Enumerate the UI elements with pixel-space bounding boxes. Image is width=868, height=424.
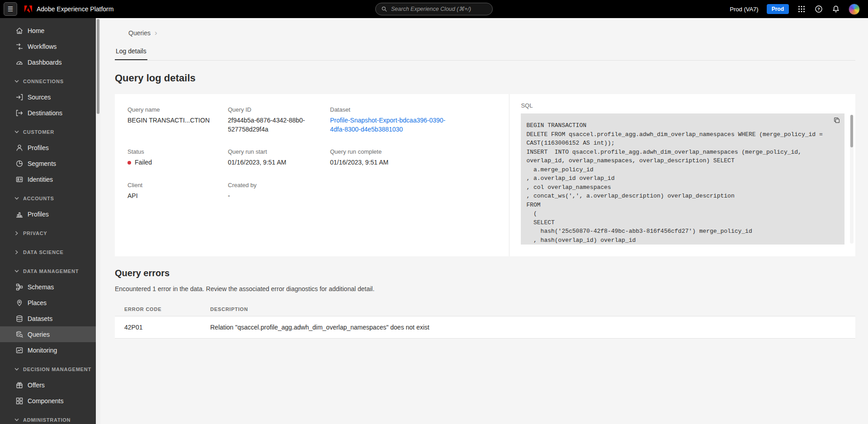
sidebar-section-data-science[interactable]: DATA SCIENCE (0, 244, 96, 260)
sidebar-item-workflows[interactable]: Workflows (0, 38, 96, 54)
dataset-link[interactable]: Profile-Snapshot-Export-bdcaa396-0390-4d… (330, 116, 447, 134)
table-row: 42P01 Relation "qsaccel.profile_agg.adwh… (115, 316, 855, 339)
sidebar-section-privacy[interactable]: PRIVACY (0, 225, 96, 241)
field-query-run-complete: Query run complete 01/16/2023, 9:51 AM (330, 148, 496, 167)
field-value: 2f944b5a-6876-4342-88b0-527758d29f4a (228, 116, 312, 134)
grid-icon (797, 5, 806, 13)
field-value: 01/16/2023, 9:51 AM (228, 158, 330, 167)
sidebar: Home Workflows Dashboards CONNECTIONS So… (0, 18, 96, 424)
status-badge: Failed (127, 158, 228, 167)
bar-chart-icon (15, 210, 24, 218)
description-header: DESCRIPTION (201, 302, 855, 316)
sql-scrollbar[interactable] (850, 115, 854, 244)
error-code-header: ERROR CODE (115, 302, 201, 316)
brand: Adobe Experience Platform (24, 5, 113, 13)
field-value: API (127, 192, 228, 201)
user-avatar[interactable] (849, 4, 860, 15)
sidebar-item-accounts-profiles[interactable]: Profiles (0, 206, 96, 222)
sidebar-item-label: Destinations (28, 109, 62, 117)
chevron-right-icon (14, 250, 19, 254)
page-title: Query log details (115, 72, 855, 84)
sidebar-section-accounts[interactable]: ACCOUNTS (0, 190, 96, 206)
sidebar-item-offers[interactable]: Offers (0, 377, 96, 393)
sidebar-section-administration[interactable]: ADMINISTRATION (0, 412, 96, 424)
sidebar-item-label: Sources (28, 94, 51, 101)
field-status: Status Failed (127, 148, 228, 167)
copy-sql-button[interactable] (832, 116, 841, 125)
search-input[interactable] (391, 6, 487, 12)
tab-bar: Log details (115, 45, 855, 61)
sidebar-item-datasets[interactable]: Datasets (0, 311, 96, 326)
queries-icon (15, 330, 24, 339)
sidebar-item-label: Dashboards (28, 59, 62, 66)
sidebar-item-identities[interactable]: Identities (0, 171, 96, 187)
field-label: Status (127, 148, 228, 155)
error-code-cell: 42P01 (115, 316, 201, 339)
sql-scrollbar-thumb[interactable] (850, 115, 853, 147)
sidebar-item-segments[interactable]: Segments (0, 155, 96, 171)
breadcrumb-queries[interactable]: Queries (128, 29, 151, 37)
sidebar-item-components[interactable]: Components (0, 393, 96, 409)
sidebar-scrollbar[interactable] (96, 18, 100, 424)
workflows-icon (15, 42, 24, 51)
notifications-button[interactable] (831, 5, 840, 14)
sidebar-item-label: Queries (28, 331, 50, 338)
sidebar-item-monitoring[interactable]: Monitoring (0, 342, 96, 358)
chevron-down-icon (14, 196, 19, 201)
environment-badge[interactable]: Prod (767, 4, 789, 14)
sidebar-item-schemas[interactable]: Schemas (0, 279, 96, 295)
sidebar-section-label: CUSTOMER (23, 129, 54, 135)
sidebar-item-destinations[interactable]: Destinations (0, 105, 96, 121)
sidebar-section-decision-management[interactable]: DECISION MANAGEMENT (0, 361, 96, 377)
field-value: BEGIN TRANSACTI...CTION (127, 116, 228, 125)
home-icon (15, 27, 24, 35)
sidebar-item-label: Schemas (28, 283, 54, 291)
sidebar-scrollbar-thumb[interactable] (97, 19, 99, 114)
sidebar-item-profiles[interactable]: Profiles (0, 140, 96, 155)
sidebar-item-home[interactable]: Home (0, 23, 96, 38)
field-label: Query run start (228, 148, 330, 155)
sidebar-item-queries[interactable]: Queries (0, 326, 96, 342)
sidebar-section-connections[interactable]: CONNECTIONS (0, 73, 96, 89)
monitoring-icon (15, 346, 24, 354)
breadcrumb-chevron-icon: › (155, 29, 157, 37)
sidebar-section-customer[interactable]: CUSTOMER (0, 124, 96, 140)
help-icon: ? (815, 5, 823, 13)
main-content: Queries › Log details Query log details … (100, 18, 868, 424)
sidebar-item-label: Segments (28, 160, 56, 167)
app-switcher-button[interactable] (797, 5, 806, 14)
field-dataset: Dataset Profile-Snapshot-Export-bdcaa396… (330, 106, 496, 134)
sidebar-item-label: Home (28, 27, 44, 34)
sidebar-section-label: ADMINISTRATION (23, 417, 71, 423)
field-query-id: Query ID 2f944b5a-6876-4342-88b0-527758d… (228, 106, 330, 134)
sidebar-section-label: DATA MANAGEMENT (23, 269, 79, 274)
search-icon (381, 6, 387, 12)
field-label: Client (127, 182, 228, 188)
sidebar-section-data-management[interactable]: DATA MANAGEMENT (0, 263, 96, 279)
bell-icon (832, 5, 840, 13)
sidebar-item-sources[interactable]: Sources (0, 89, 96, 105)
sidebar-item-places[interactable]: Places (0, 295, 96, 311)
tab-log-details[interactable]: Log details (115, 45, 147, 60)
destinations-icon (15, 109, 24, 117)
field-label: Query run complete (330, 148, 496, 155)
sidebar-item-label: Workflows (28, 43, 57, 50)
field-label: Query name (127, 106, 228, 113)
person-icon (15, 144, 24, 152)
help-button[interactable]: ? (814, 5, 823, 14)
chevron-down-icon (14, 269, 19, 273)
chevron-down-icon (14, 79, 19, 84)
chevron-down-icon (14, 418, 19, 422)
hamburger-menu-button[interactable]: ☰ (4, 2, 17, 16)
sidebar-section-label: DECISION MANAGEMENT (23, 367, 91, 372)
map-pin-icon (15, 299, 24, 307)
chevron-right-icon (14, 231, 19, 236)
status-failed-dot-icon (127, 161, 131, 165)
topbar: ☰ Adobe Experience Platform Prod (VA7) P… (0, 0, 868, 18)
svg-text:?: ? (817, 6, 820, 11)
field-label: Created by (228, 182, 330, 188)
sidebar-item-dashboards[interactable]: Dashboards (0, 54, 96, 70)
error-table-header-row: ERROR CODE DESCRIPTION (115, 302, 855, 316)
query-errors-summary: Encountered 1 error in the data. Review … (115, 285, 855, 292)
components-icon (15, 397, 24, 405)
